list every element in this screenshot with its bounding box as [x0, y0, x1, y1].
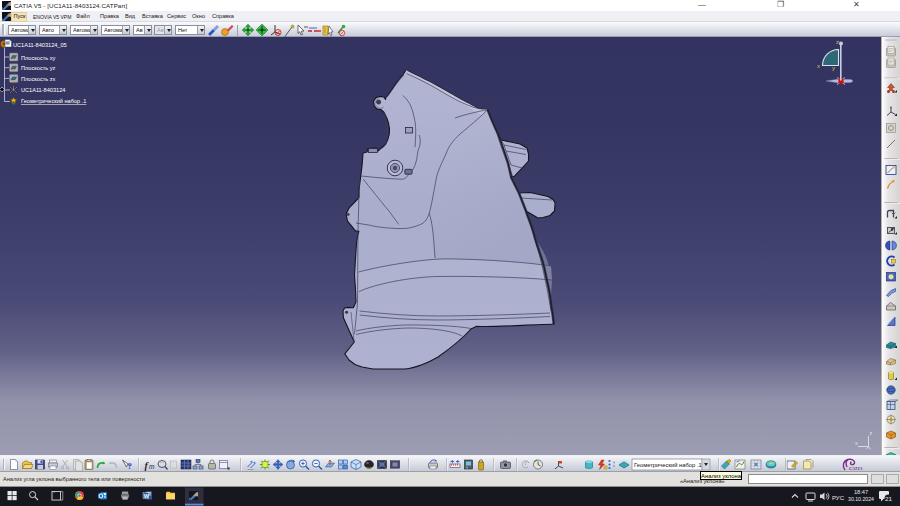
svg-text:Плоскость yz: Плоскость yz — [21, 65, 56, 71]
svg-text:x: x — [855, 440, 858, 446]
svg-text:Геометрический набор .1: Геометрический набор .1 — [634, 462, 702, 468]
svg-text:Геометрический набор .1: Геометрический набор .1 — [21, 98, 86, 104]
svg-text:?: ? — [128, 461, 133, 471]
svg-text:18:47: 18:47 — [854, 489, 868, 495]
svg-text:z: z — [836, 39, 839, 45]
svg-text:CATIA: CATIA — [849, 466, 863, 471]
svg-text:x: x — [817, 63, 820, 69]
svg-text:W: W — [144, 493, 150, 499]
svg-text:m: m — [149, 463, 155, 470]
svg-text:Плоскость zx: Плоскость zx — [21, 76, 56, 82]
svg-text:UC1A11-8403124_05: UC1A11-8403124_05 — [13, 42, 67, 48]
svg-text:z: z — [870, 430, 873, 436]
svg-text:21: 21 — [885, 495, 892, 502]
svg-text:РУС: РУС — [832, 495, 845, 501]
svg-text:y: y — [832, 65, 835, 71]
svg-text:UC1A11-8403124: UC1A11-8403124 — [21, 87, 65, 93]
svg-text:30.10.2024: 30.10.2024 — [848, 496, 874, 502]
svg-text:Плоскость xy: Плоскость xy — [21, 55, 56, 61]
